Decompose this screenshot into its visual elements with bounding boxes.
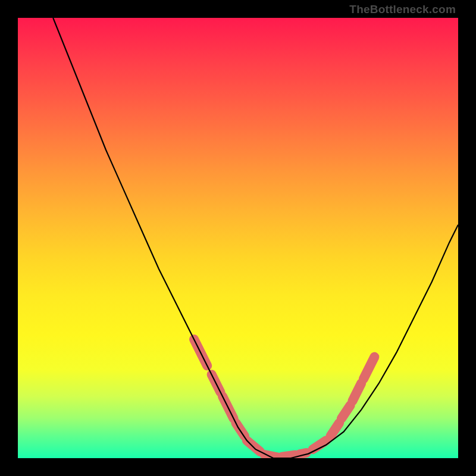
- chart-frame: [18, 18, 458, 458]
- highlight-segment: [330, 423, 339, 436]
- bottleneck-curve: [53, 18, 458, 458]
- highlight-segment: [352, 383, 361, 401]
- watermark-text: TheBottleneck.com: [349, 3, 456, 16]
- chart-svg: [18, 18, 458, 458]
- highlight-segment: [282, 455, 295, 457]
- highlight-segment: [364, 357, 375, 379]
- highlight-segments: [194, 339, 374, 457]
- highlight-segment: [342, 405, 350, 418]
